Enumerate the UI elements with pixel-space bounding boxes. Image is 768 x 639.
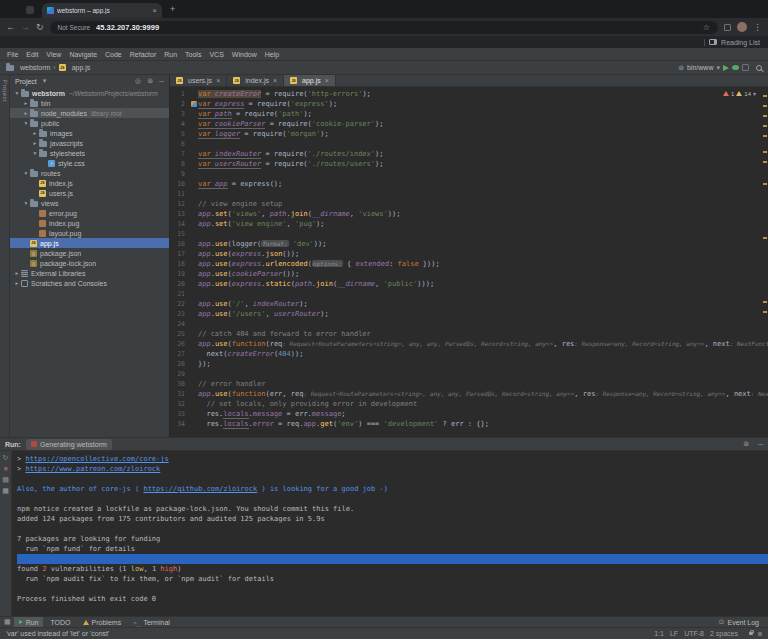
chevron-down-icon[interactable]: ▾ — [716, 64, 720, 72]
build-icon[interactable]: ⊛ — [678, 64, 684, 72]
tree-item-error-pug[interactable]: error.pug — [10, 208, 169, 218]
line-number[interactable]: 26 — [170, 340, 190, 348]
editor-tab-app-js[interactable]: app.js× — [284, 75, 336, 86]
line-number[interactable]: 27 — [170, 350, 190, 358]
tree-item-stylesheets[interactable]: ▾stylesheets — [10, 148, 169, 158]
menu-navigate[interactable]: Navigate — [65, 51, 101, 58]
lock-icon[interactable] — [749, 632, 753, 635]
line-number[interactable]: 9 — [170, 170, 190, 178]
chevron-right-icon[interactable]: ▸ — [13, 280, 21, 286]
tree-item-package-json[interactable]: package.json — [10, 248, 169, 258]
line-number[interactable]: 22 — [170, 300, 190, 308]
reading-list-button[interactable]: Reading List — [721, 39, 760, 46]
tree-item-routes[interactable]: ▾routes — [10, 168, 169, 178]
line-number[interactable]: 33 — [170, 410, 190, 418]
breadcrumb-file[interactable]: app.js — [72, 64, 91, 71]
line-number[interactable]: 15 — [170, 230, 190, 238]
forward-button[interactable]: → — [21, 23, 30, 32]
tree-item-layout-pug[interactable]: layout.pug — [10, 228, 169, 238]
line-number[interactable]: 32 — [170, 400, 190, 408]
tree-item-style-css[interactable]: style.css — [10, 158, 169, 168]
toolwindow-button-run[interactable]: Run — [14, 617, 44, 628]
editor-tab-users-js[interactable]: users.js× — [170, 75, 227, 86]
console-link[interactable]: https://github.com/zloirock — [143, 485, 257, 493]
line-number[interactable]: 29 — [170, 370, 190, 378]
reload-button[interactable]: ↻ — [36, 23, 44, 32]
browser-menu-icon[interactable]: ⋮ — [753, 22, 762, 32]
line-number[interactable]: 13 — [170, 210, 190, 218]
tree-item-views[interactable]: ▾views — [10, 198, 169, 208]
event-log-button[interactable]: ⊙ Event Log — [714, 617, 764, 628]
gear-icon[interactable]: ⊛ — [147, 77, 153, 85]
line-number[interactable]: 7 — [170, 150, 190, 158]
close-tab-icon[interactable]: × — [216, 77, 220, 84]
soft-wrap-icon[interactable]: ▦ — [2, 487, 9, 494]
chevron-right-icon[interactable]: ▸ — [31, 130, 39, 136]
line-number[interactable]: 20 — [170, 280, 190, 288]
project-tree[interactable]: ▾webstorm~/WebstormProjects/webstorm▸bin… — [10, 87, 169, 437]
new-tab-button[interactable]: + — [170, 5, 175, 14]
tree-item-webstorm[interactable]: ▾webstorm~/WebstormProjects/webstorm — [10, 88, 169, 98]
menu-code[interactable]: Code — [101, 51, 126, 58]
editor-scrollbar[interactable] — [762, 87, 768, 437]
run-config-selector[interactable]: bin/www — [687, 64, 713, 71]
breadcrumb-project[interactable]: webstorm — [20, 64, 50, 71]
line-number[interactable]: 28 — [170, 360, 190, 368]
chevron-right-icon[interactable]: ▸ — [22, 100, 30, 106]
line-number[interactable]: 19 — [170, 270, 190, 278]
menu-window[interactable]: Window — [228, 51, 261, 58]
toolwindow-button-problems[interactable]: Problems — [78, 617, 127, 628]
close-tab-icon[interactable]: × — [152, 7, 157, 15]
tree-item-users-js[interactable]: users.js — [10, 188, 169, 198]
coverage-icon[interactable] — [742, 64, 749, 71]
browser-tab[interactable]: webstorm – app.js × — [42, 3, 162, 18]
line-number[interactable]: 18 — [170, 260, 190, 268]
tree-item-index-js[interactable]: index.js — [10, 178, 169, 188]
line-number[interactable]: 12 — [170, 200, 190, 208]
line-number[interactable]: 16 — [170, 240, 190, 248]
chevron-down-icon[interactable]: ▾ — [22, 120, 30, 126]
status-1-1[interactable]: 1:1 — [651, 630, 667, 637]
line-number[interactable]: 23 — [170, 310, 190, 318]
line-number[interactable]: 11 — [170, 190, 190, 198]
inspections-widget[interactable]: 1 14 ▾ — [723, 90, 756, 97]
line-number[interactable]: 5 — [170, 130, 190, 138]
menu-refactor[interactable]: Refactor — [126, 51, 160, 58]
tree-item-node-modules[interactable]: ▸node_moduleslibrary root — [10, 108, 169, 118]
editor-tab-index-js[interactable]: index.js× — [227, 75, 284, 86]
tree-item-external-libraries[interactable]: ▸External Libraries — [10, 268, 169, 278]
profile-avatar[interactable] — [737, 22, 747, 32]
hide-panel-icon[interactable]: ─ — [159, 78, 164, 85]
line-number[interactable]: 2 — [170, 100, 190, 108]
chevron-right-icon[interactable]: ▸ — [22, 110, 30, 116]
menu-help[interactable]: Help — [261, 51, 283, 58]
run-console-tab[interactable]: Generating webstorm — [26, 439, 112, 450]
menu-edit[interactable]: Edit — [22, 51, 42, 58]
tree-item-index-pug[interactable]: index.pug — [10, 218, 169, 228]
menu-file[interactable]: File — [3, 51, 22, 58]
url-text[interactable]: 45.32.207.30:9999 — [96, 23, 697, 32]
project-stripe-button[interactable]: Project — [2, 80, 8, 102]
tree-item-javascripts[interactable]: ▸javascripts — [10, 138, 169, 148]
status-2-spaces[interactable]: 2 spaces — [707, 630, 741, 637]
console-settings-icon[interactable]: ▤ — [2, 476, 9, 483]
run-button[interactable] — [723, 65, 729, 71]
chevron-down-icon[interactable]: ▾ — [13, 90, 21, 96]
line-number[interactable]: 24 — [170, 320, 190, 328]
project-panel-title[interactable]: Project — [15, 78, 37, 85]
tree-item-bin[interactable]: ▸bin — [10, 98, 169, 108]
rerun-icon[interactable]: ↻ — [3, 454, 9, 461]
chevron-down-icon[interactable]: ▾ — [22, 170, 30, 176]
status-utf-8[interactable]: UTF-8 — [681, 630, 707, 637]
line-number[interactable]: 4 — [170, 120, 190, 128]
menu-view[interactable]: View — [42, 51, 65, 58]
tree-item-scratches-and-consoles[interactable]: ▸Scratches and Consoles — [10, 278, 169, 288]
gear-icon[interactable]: ⊛ — [743, 440, 749, 448]
editor-area[interactable]: 1var createError = require('http-errors'… — [170, 87, 768, 437]
chevron-down-icon[interactable]: ▾ — [22, 200, 30, 206]
toolwindow-button-todo[interactable]: TODO — [45, 617, 75, 628]
line-number[interactable]: 6 — [170, 140, 190, 148]
tree-item-public[interactable]: ▾public — [10, 118, 169, 128]
toolwindow-button-terminal[interactable]: >_Terminal — [128, 617, 175, 628]
tool-window-switcher-icon[interactable]: ▦ — [4, 618, 11, 626]
